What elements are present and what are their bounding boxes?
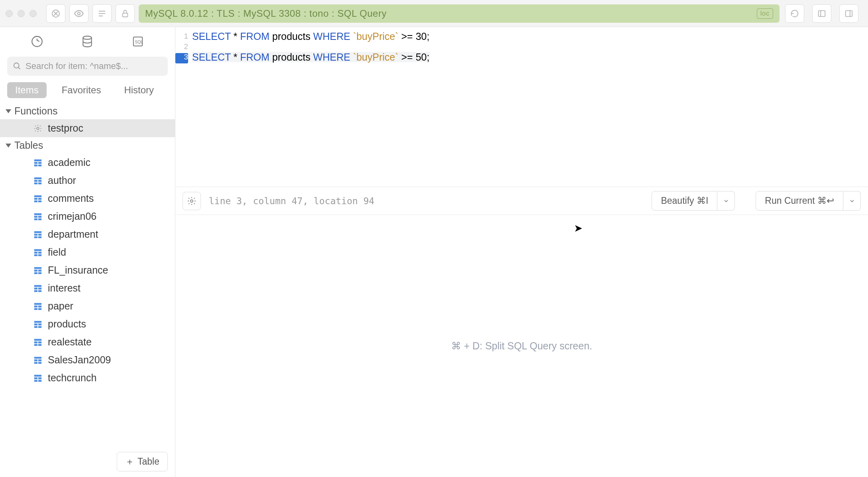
- group-tables[interactable]: Tables: [0, 137, 175, 154]
- sql-editor[interactable]: 1 2 3 SELECT * FROM products WHERE `buyP…: [175, 27, 868, 187]
- table-icon: [33, 266, 42, 275]
- refresh-icon[interactable]: [785, 4, 804, 23]
- svg-rect-41: [38, 234, 41, 236]
- table-item[interactable]: author: [0, 171, 175, 189]
- svg-rect-79: [34, 375, 41, 376]
- svg-point-18: [37, 127, 39, 130]
- svg-rect-52: [34, 272, 37, 274]
- svg-line-17: [18, 67, 20, 69]
- panel-left-icon[interactable]: [812, 4, 831, 23]
- svg-rect-40: [34, 234, 37, 236]
- sidebar-search[interactable]: [7, 57, 168, 76]
- zoom-window-dot[interactable]: [29, 10, 37, 17]
- table-item[interactable]: interest: [0, 279, 175, 297]
- table-icon: [33, 176, 42, 185]
- svg-rect-44: [34, 249, 41, 251]
- table-item[interactable]: department: [0, 225, 175, 243]
- table-item-label: techcrunch: [48, 372, 96, 384]
- close-window-dot[interactable]: [6, 10, 13, 17]
- sql-icon[interactable]: SQL: [129, 33, 147, 50]
- svg-rect-64: [34, 321, 41, 323]
- beautify-menu-button[interactable]: [717, 191, 735, 211]
- table-item-label: comments: [48, 193, 94, 204]
- svg-rect-23: [38, 164, 41, 166]
- table-icon: [33, 374, 42, 382]
- editor-gutter: 1 2 3: [175, 31, 188, 187]
- table-item[interactable]: products: [0, 315, 175, 333]
- table-icon: [33, 320, 42, 329]
- tab-favorites[interactable]: Favorites: [54, 82, 109, 98]
- group-functions[interactable]: Functions: [0, 103, 175, 119]
- table-item-label: SalesJan2009: [48, 354, 111, 366]
- svg-point-3: [78, 12, 81, 15]
- svg-point-12: [32, 36, 42, 47]
- svg-rect-20: [34, 162, 37, 164]
- svg-rect-76: [38, 359, 41, 361]
- table-item[interactable]: FL_insurance: [0, 261, 175, 279]
- table-item-label: interest: [48, 282, 81, 294]
- table-item-label: department: [48, 229, 98, 240]
- svg-rect-69: [34, 339, 41, 341]
- code-line: SELECT * FROM products WHERE `buyPrice` …: [192, 31, 430, 41]
- cancel-icon[interactable]: [46, 4, 65, 23]
- svg-rect-31: [38, 198, 41, 200]
- table-icon: [33, 338, 42, 347]
- titlebar: MySQL 8.0.12 : TLS : MySQL 3308 : tono :…: [0, 0, 868, 27]
- table-icon: [33, 194, 42, 203]
- svg-rect-7: [123, 13, 128, 17]
- add-table-button[interactable]: ＋ Table: [117, 452, 168, 471]
- window-traffic-lights: [6, 10, 46, 17]
- svg-rect-66: [38, 323, 41, 325]
- editor-code[interactable]: SELECT * FROM products WHERE `buyPrice` …: [188, 31, 430, 187]
- connection-address-bar[interactable]: MySQL 8.0.12 : TLS : MySQL 3308 : tono :…: [139, 4, 780, 23]
- svg-rect-48: [38, 254, 41, 256]
- database-icon[interactable]: [79, 33, 96, 50]
- panel-right-icon[interactable]: [839, 4, 858, 23]
- disclosure-triangle-icon: [6, 109, 11, 113]
- table-item[interactable]: realestate: [0, 333, 175, 351]
- minimize-window-dot[interactable]: [18, 10, 25, 17]
- table-item[interactable]: paper: [0, 297, 175, 315]
- table-item[interactable]: comments: [0, 189, 175, 207]
- svg-rect-83: [38, 380, 41, 382]
- sidebar-tree: Functions testproc Tables academic autho…: [0, 103, 175, 446]
- svg-rect-19: [34, 159, 41, 161]
- svg-rect-82: [34, 380, 37, 382]
- svg-rect-71: [38, 341, 41, 343]
- tab-items[interactable]: Items: [7, 82, 47, 98]
- table-item[interactable]: crimejan06: [0, 207, 175, 225]
- connection-icon[interactable]: [28, 33, 46, 50]
- table-item[interactable]: techcrunch: [0, 369, 175, 387]
- beautify-button[interactable]: Beautify ⌘I: [652, 191, 717, 211]
- svg-rect-63: [38, 308, 41, 310]
- group-functions-label: Functions: [14, 105, 57, 117]
- svg-rect-33: [38, 200, 41, 202]
- table-item[interactable]: field: [0, 243, 175, 261]
- run-current-button[interactable]: Run Current ⌘↩︎: [756, 191, 843, 211]
- function-item-label: testproc: [48, 122, 83, 134]
- preview-eye-icon[interactable]: [69, 4, 88, 23]
- svg-rect-29: [34, 195, 41, 197]
- svg-rect-21: [38, 162, 41, 164]
- list-icon[interactable]: [92, 4, 112, 23]
- disclosure-triangle-icon: [6, 144, 11, 148]
- svg-rect-59: [34, 303, 41, 305]
- gear-icon: [33, 124, 42, 133]
- tab-history[interactable]: History: [116, 82, 162, 98]
- svg-rect-27: [34, 182, 37, 184]
- table-item[interactable]: SalesJan2009: [0, 351, 175, 369]
- svg-point-13: [83, 36, 92, 39]
- function-item-testproc[interactable]: testproc: [0, 119, 175, 137]
- mouse-cursor-icon: ➤: [574, 222, 583, 235]
- table-icon: [33, 284, 42, 293]
- editor-settings-button[interactable]: [183, 192, 201, 210]
- lock-icon[interactable]: [116, 4, 135, 23]
- table-item[interactable]: academic: [0, 154, 175, 171]
- search-input[interactable]: [26, 61, 162, 71]
- table-item-label: realestate: [48, 336, 92, 348]
- run-menu-button[interactable]: [843, 191, 861, 211]
- svg-rect-35: [34, 216, 37, 218]
- svg-rect-37: [34, 218, 37, 220]
- svg-rect-39: [34, 231, 41, 233]
- svg-rect-10: [846, 10, 852, 16]
